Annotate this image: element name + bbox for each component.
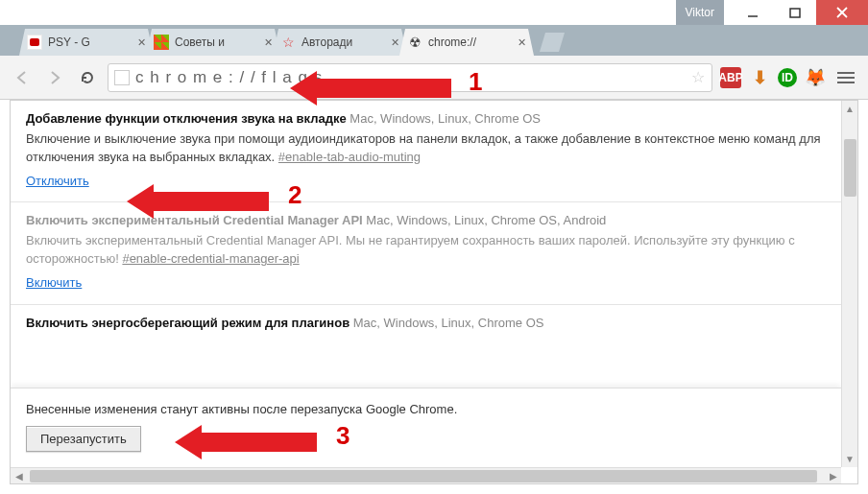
flag-item-audio-muting: Добавление функции отключения звука на в…	[11, 101, 841, 202]
address-bar[interactable]: c h r o m e : / / f l a g s ☆	[108, 63, 712, 92]
user-badge[interactable]: Viktor	[676, 0, 724, 25]
annotation-number-1: 1	[469, 67, 482, 97]
vertical-scrollbar[interactable]: ▲ ▼	[841, 101, 857, 467]
hamburger-icon	[837, 72, 855, 83]
scroll-down-icon[interactable]: ▼	[842, 451, 857, 467]
download-icon[interactable]: ⬇	[749, 67, 770, 88]
tab-close-icon[interactable]: ✕	[264, 36, 273, 49]
flag-item-credential-manager: Включить экспериментальный Credential Ma…	[11, 202, 841, 304]
restart-message: Внесенные изменения станут активны после…	[26, 402, 826, 416]
tab-psy[interactable]: PSY - G ✕	[19, 29, 154, 56]
scroll-up-icon[interactable]: ▲	[842, 101, 857, 117]
flag-description: Включить экспериментальный Credential Ma…	[26, 232, 826, 269]
maximize-button[interactable]	[774, 0, 816, 25]
scroll-right-icon[interactable]: ▶	[825, 468, 841, 484]
page-icon	[114, 70, 130, 85]
horizontal-scrollbar[interactable]: ◀ ▶	[11, 467, 841, 483]
annotation-number-2: 2	[288, 180, 301, 210]
windows-icon	[154, 35, 169, 50]
flag-disable-link[interactable]: Отключить	[26, 173, 89, 191]
content-frame: Добавление функции отключения звука на в…	[10, 100, 858, 484]
flag-enable-link[interactable]: Включить	[26, 274, 82, 293]
flag-title: Включить энергосберегающий режим для пла…	[26, 316, 350, 330]
adblock-icon[interactable]: ABP	[720, 67, 741, 88]
tab-title: PSY - G	[48, 35, 131, 49]
extension-fox-icon[interactable]: 🦊	[805, 67, 826, 88]
tab-avtoradio[interactable]: ☆ Авторади ✕	[273, 29, 407, 56]
scroll-left-icon[interactable]: ◀	[11, 468, 27, 484]
flag-description: Включение и выключение звука при помощи …	[26, 130, 826, 167]
tab-chrome-flags[interactable]: ☢ chrome:// ✕	[399, 29, 534, 56]
tab-title: chrome://	[428, 35, 511, 49]
flag-platforms: Mac, Windows, Linux, Chrome OS	[353, 316, 544, 330]
new-tab-button[interactable]	[540, 33, 565, 52]
flag-anchor-link[interactable]: #enable-credential-manager-api	[122, 251, 299, 266]
flag-anchor-link[interactable]: #enable-tab-audio-muting	[278, 150, 421, 164]
extension-id-icon[interactable]: ID	[778, 68, 797, 87]
toolbar: c h r o m e : / / f l a g s ☆ ABP ⬇ ID 🦊	[0, 56, 868, 100]
minimize-button[interactable]	[732, 0, 774, 25]
flag-title: Включить экспериментальный Credential Ma…	[26, 213, 363, 227]
flag-platforms: Mac, Windows, Linux, Chrome OS, Android	[366, 213, 606, 227]
flag-item-power-save: Включить энергосберегающий режим для пла…	[11, 305, 841, 333]
svg-rect-1	[790, 9, 800, 17]
reload-button[interactable]	[75, 65, 100, 90]
youtube-icon	[27, 35, 42, 50]
restart-bar: Внесенные изменения станут активны после…	[11, 388, 841, 467]
flag-title: Добавление функции отключения звука на в…	[26, 111, 347, 126]
star-icon: ☆	[280, 35, 296, 50]
tab-strip: PSY - G ✕ Советы и ✕ ☆ Авторади ✕ ☢ chro…	[0, 25, 868, 56]
flag-platforms: Mac, Windows, Linux, Chrome OS	[350, 111, 541, 126]
tab-title: Авторади	[301, 35, 384, 49]
menu-button[interactable]	[833, 65, 858, 90]
close-button[interactable]	[816, 0, 868, 25]
address-url: c h r o m e : / / f l a g s	[135, 68, 323, 87]
restart-button[interactable]: Перезапустить	[26, 426, 141, 452]
scroll-thumb[interactable]	[844, 139, 856, 197]
tab-close-icon[interactable]: ✕	[137, 36, 146, 49]
tab-close-icon[interactable]: ✕	[391, 36, 399, 49]
tab-close-icon[interactable]: ✕	[518, 36, 526, 49]
radiation-icon: ☢	[407, 35, 422, 50]
bookmark-star-icon[interactable]: ☆	[691, 68, 706, 86]
window-titlebar: Viktor	[0, 0, 868, 25]
tab-title: Советы и	[175, 35, 257, 49]
tab-sovety[interactable]: Советы и ✕	[146, 29, 280, 56]
back-button[interactable]	[10, 65, 35, 90]
annotation-number-3: 3	[336, 421, 350, 451]
scroll-thumb[interactable]	[30, 470, 817, 482]
forward-button[interactable]	[42, 65, 67, 90]
